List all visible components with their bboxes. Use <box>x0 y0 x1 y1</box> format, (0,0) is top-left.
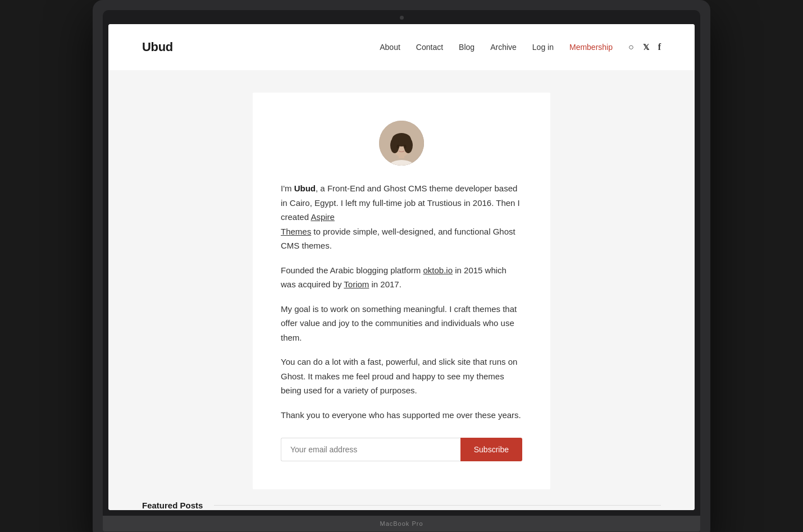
main-nav: About Contact Blog Archive Log in Member… <box>380 42 661 52</box>
svg-point-8 <box>404 145 407 148</box>
email-form: Subscribe <box>281 438 522 461</box>
site-header: Ubud About Contact Blog Archive Log in M… <box>108 24 695 70</box>
main-content: I'm Ubud, a Front-End and Ghost CMS them… <box>108 70 695 510</box>
screen-bezel: Ubud About Contact Blog Archive Log in M… <box>103 10 700 516</box>
toriom-link[interactable]: Toriom <box>344 279 369 289</box>
bio-paragraph-5: Thank you to everyone who has supported … <box>281 408 522 423</box>
bio-paragraph-1: I'm Ubud, a Front-End and Ghost CMS them… <box>281 181 522 253</box>
camera-dot <box>400 16 404 20</box>
nav-login[interactable]: Log in <box>532 43 554 52</box>
nav-contact[interactable]: Contact <box>416 43 443 52</box>
aspire-themes-link[interactable]: AspireThemes <box>281 212 335 236</box>
laptop-base: MacBook Pro <box>103 516 700 531</box>
featured-posts-label: Featured Posts <box>142 501 203 510</box>
nav-blog[interactable]: Blog <box>459 43 474 52</box>
social-icons <box>628 42 661 52</box>
nav-membership[interactable]: Membership <box>569 43 613 52</box>
bio-bold-name: Ubud <box>294 184 316 193</box>
oktob-link[interactable]: oktob.io <box>423 265 453 275</box>
twitter-icon[interactable] <box>643 42 649 52</box>
featured-posts-divider <box>214 505 661 506</box>
featured-posts-section: Featured Posts <box>108 489 695 510</box>
laptop-screen: Ubud About Contact Blog Archive Log in M… <box>108 24 695 510</box>
facebook-icon[interactable] <box>658 42 661 52</box>
avatar-wrapper <box>281 121 522 166</box>
bio-paragraph-3: My goal is to work on something meaningf… <box>281 302 522 345</box>
site-logo[interactable]: Ubud <box>142 40 173 54</box>
laptop-model-label: MacBook Pro <box>380 520 423 527</box>
about-card: I'm Ubud, a Front-End and Ghost CMS them… <box>253 93 550 489</box>
nav-about[interactable]: About <box>380 43 400 52</box>
instagram-icon[interactable] <box>628 42 634 52</box>
email-input[interactable] <box>281 438 460 461</box>
svg-point-7 <box>397 145 400 148</box>
bio-paragraph-4: You can do a lot with a fast, powerful, … <box>281 355 522 398</box>
nav-archive[interactable]: Archive <box>490 43 517 52</box>
subscribe-button[interactable]: Subscribe <box>460 438 522 461</box>
laptop-frame: Ubud About Contact Blog Archive Log in M… <box>93 0 710 532</box>
bio-paragraph-2: Founded the Arabic blogging platform okt… <box>281 263 522 292</box>
avatar <box>379 121 424 166</box>
